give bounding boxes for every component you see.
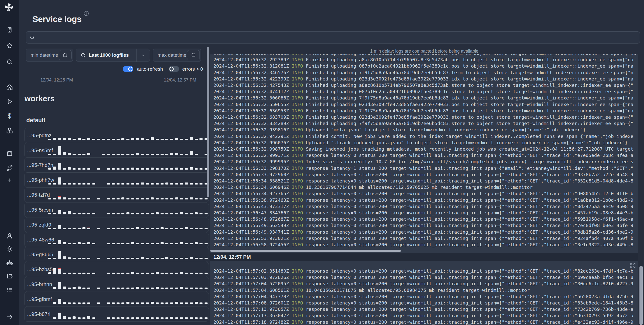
worker-row[interactable]: ...95-b87rl — [24, 307, 209, 322]
worker-row[interactable]: ...95-brhnn — [24, 277, 209, 292]
log-line: 2024-12-04T11:56:32.999371Z INFO respons… — [213, 152, 638, 158]
worker-row[interactable]: ...95-g8665 — [24, 247, 209, 262]
runs-play-icon[interactable] — [6, 98, 13, 105]
log-line-partial: 2024-12-04T11:56:32.271593Z INFO Finishe… — [213, 54, 638, 56]
log-line: 2024-12-04T11:56:34.927765Z INFO respons… — [213, 190, 638, 197]
log-line: 2024-12-04T11:56:32.422399Z INFO Finishe… — [213, 76, 638, 82]
workers-scrollbar[interactable] — [207, 47, 209, 197]
folder-open-icon[interactable] — [6, 273, 13, 279]
log-horizontal-scrollbar[interactable] — [210, 250, 401, 252]
log-vertical-scrollbar[interactable] — [639, 266, 643, 325]
min-datetime-calendar-button[interactable] — [59, 50, 72, 60]
sidebar: $ + — [0, 0, 19, 325]
log-block-1[interactable]: 2024-12-04T11:56:32.271593Z INFO Finishe… — [210, 54, 638, 253]
min-datetime-filter[interactable]: min datetime — [26, 49, 73, 62]
log-line: 2024-12-04T11:56:32.346576Z INFO Finishe… — [213, 69, 638, 76]
worker-activity-sparkline — [48, 264, 207, 274]
log-section-header: 12/04, 12:57 PM — [210, 254, 251, 260]
log-line: 2024-12-04T11:56:32.312081Z INFO Finishe… — [213, 63, 638, 69]
log-line: 2024-12-04T11:56:33.298170Z INFO respons… — [213, 165, 638, 171]
log-line: 2024-12-04T11:56:32.998759Z INFO Saving … — [213, 146, 638, 152]
worker-row[interactable]: ...95-zqkt9 — [24, 217, 209, 232]
max-datetime-calendar-button[interactable] — [187, 50, 200, 60]
log-line: 2024-12-04T11:56:49.562549Z INFO respons… — [213, 222, 638, 229]
worker-row[interactable]: ...95-48w66 — [24, 232, 209, 247]
search-input[interactable] — [37, 34, 636, 40]
log-line: 2024-12-04T11:56:48.972687Z INFO respons… — [213, 216, 638, 222]
log-line: 2024-12-04T11:56:47.334766Z INFO respons… — [213, 210, 638, 216]
schedules-calendar-icon[interactable] — [6, 150, 13, 157]
chevron-down-icon — [141, 53, 146, 58]
logfiles-dropdown[interactable]: Last 1000 logfiles — [76, 49, 150, 62]
worker-row[interactable]: ...95-bzbs5 — [24, 262, 209, 277]
workers-list: ...95-pdtnz...95-ns5mf...95-7hd7n...95-p… — [24, 128, 209, 322]
audit-list-icon[interactable] — [6, 286, 13, 293]
worker-row[interactable]: ...95-ns5mf — [24, 143, 209, 158]
log-line: 2024-12-04T11:56:53.973021Z INFO respons… — [213, 235, 638, 241]
info-icon[interactable] — [83, 11, 89, 16]
home-icon[interactable] — [6, 84, 13, 91]
worker-activity-sparkline — [48, 130, 207, 140]
worker-activity-sparkline — [48, 249, 207, 259]
log-line: 2024-12-04T11:56:32.834289Z INFO Finishe… — [213, 120, 638, 127]
logfiles-chevron-button[interactable] — [137, 49, 150, 62]
service-logs-page: $ + Service logs — [0, 0, 644, 325]
worker-activity-sparkline — [48, 145, 207, 155]
log-line: 2024-12-04T11:57:04.572095Z INFO respons… — [213, 280, 638, 287]
worker-row[interactable]: ...95-7hd7n — [24, 157, 209, 173]
search-icon — [30, 35, 35, 40]
log-line: 2024-12-04T11:57:04.947378Z INFO respons… — [213, 293, 638, 300]
worker-row[interactable]: ...95-gfbmf — [24, 292, 209, 307]
range-end: 12/04, 12:57 PM — [164, 77, 196, 83]
expand-icon[interactable] — [630, 262, 636, 269]
favorites-star-icon[interactable] — [6, 42, 13, 49]
worker-activity-sparkline — [48, 279, 207, 289]
routes-icon[interactable] — [6, 165, 13, 171]
log-line: 2024-12-04T11:57:13.973057Z INFO respons… — [213, 306, 638, 312]
log-line: 2024-12-04T11:56:34.558521Z INFO respons… — [213, 178, 638, 184]
auto-refresh-toggle[interactable] — [123, 66, 133, 72]
worker-row[interactable]: ...95-5rcsm — [24, 202, 209, 217]
errors-toggle[interactable] — [169, 66, 179, 72]
log-line: 2024-12-04T11:56:32.683709Z INFO Finishe… — [213, 114, 638, 120]
worker-row[interactable]: ...95-phh7w — [24, 172, 209, 188]
calendar-icon — [191, 53, 196, 58]
log-line: 2024-12-04T11:56:32.427543Z INFO Finishe… — [213, 82, 638, 88]
log-line: 2024-12-04T11:57:18.972482Z INFO respons… — [213, 319, 638, 325]
log-line: 2024-12-04T11:57:08.972601Z INFO respons… — [213, 300, 638, 306]
worker-activity-sparkline — [48, 234, 207, 244]
worker-activity-sparkline — [48, 219, 207, 229]
worker-name: ...95-b87rl — [27, 311, 50, 317]
windmill-logo[interactable] — [5, 3, 13, 12]
calendar-icon — [63, 53, 68, 58]
add-plus-icon[interactable]: + — [6, 177, 13, 184]
search-bar[interactable] — [26, 31, 640, 44]
worker-name: ...95-tzl7d — [27, 192, 50, 198]
user-icon[interactable] — [6, 232, 13, 239]
worker-activity-sparkline — [48, 204, 207, 214]
log-block-2[interactable]: 2024-12-04T11:57:02.351480Z INFO respons… — [210, 261, 638, 325]
errors-label: errors > 0 — [182, 66, 203, 72]
log-line: 2024-12-04T11:56:32.506066Z INFO Finishe… — [213, 95, 638, 101]
worker-row[interactable]: ...95-tzl7d — [24, 187, 209, 202]
worker-row[interactable]: ...95-pdtnz — [24, 128, 209, 143]
expand-sidebar-arrow-icon[interactable] — [6, 313, 13, 320]
log-line: 2024-12-04T11:56:32.550655Z INFO Finishe… — [213, 101, 638, 108]
log-line: 2024-12-04T11:56:32.942291Z INFO Finishe… — [213, 133, 638, 139]
log-line: 2024-12-04T11:56:58.972456Z INFO respons… — [213, 241, 638, 248]
sidebar-divider — [0, 74, 19, 74]
ai-bot-icon[interactable] — [6, 259, 13, 266]
settings-gear-icon[interactable] — [6, 246, 13, 252]
log-line: 2024-12-04T11:56:32.939816Z INFO Uploade… — [213, 127, 638, 133]
workspace-building-icon[interactable] — [6, 26, 13, 33]
search-nav-icon[interactable] — [6, 58, 13, 65]
worker-activity-sparkline — [48, 189, 207, 199]
log-line: 2024-12-04T11:57:02.351480Z INFO respons… — [213, 268, 638, 274]
log-section-divider: 12/04, 12:57 PM — [210, 253, 638, 261]
billing-dollar-icon[interactable]: $ — [6, 113, 13, 119]
log-delay-notice: 1 min delay: logs are compacted before b… — [210, 49, 638, 54]
max-datetime-filter[interactable]: max datetime — [153, 49, 201, 62]
resources-cubes-icon[interactable] — [6, 127, 13, 134]
max-datetime-label: max datetime — [153, 52, 186, 58]
log-line: 2024-12-04T11:56:32.474112Z INFO Finishe… — [213, 88, 638, 95]
